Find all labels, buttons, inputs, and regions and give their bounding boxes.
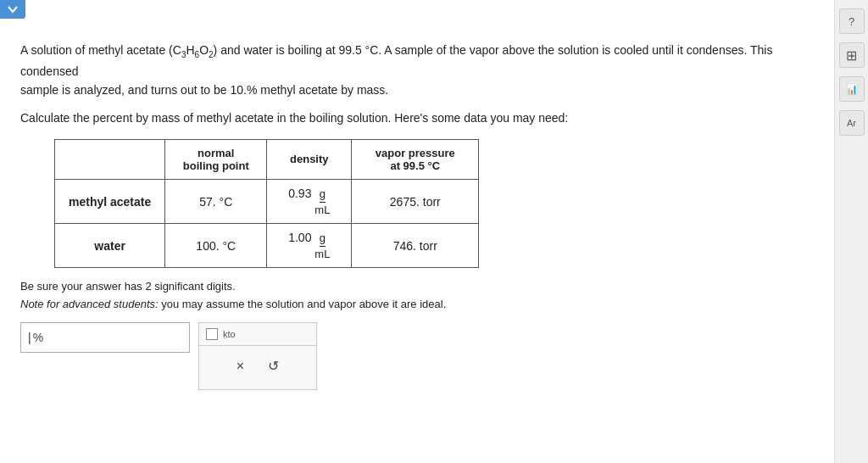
table-row-methyl-acetate: methyl acetate 57. °C 0.93 g mL 2675. to…	[55, 179, 479, 223]
kto-label: kto	[223, 329, 236, 339]
ar-icon: Ar	[847, 118, 856, 128]
cursor-indicator: |	[28, 331, 31, 344]
methyl-acetate-boiling-point: 57. °C	[165, 179, 267, 223]
density-fraction-2: g mL	[314, 232, 330, 260]
question-icon: ?	[849, 15, 854, 28]
reset-button[interactable]: ↺	[264, 354, 282, 377]
density-numerator-2: g	[320, 232, 326, 247]
water-label: water	[55, 224, 165, 268]
tool-checkbox[interactable]	[206, 328, 218, 340]
density-denominator-1: mL	[314, 203, 330, 217]
density-numerator-1: g	[320, 187, 326, 203]
intro-paragraph: A solution of methyl acetate (C3H6O2) an…	[20, 41, 793, 100]
density-denominator-2: mL	[314, 247, 330, 261]
intro-text-before: A solution of methyl acetate	[20, 43, 169, 57]
advanced-note: Note for advanced students: you may assu…	[20, 298, 793, 310]
data-table: normalboiling point density vapor pressu…	[54, 139, 479, 268]
water-boiling-point: 100. °C	[165, 224, 267, 268]
table-header-boiling-point: normalboiling point	[165, 139, 267, 179]
answer-input-wrapper[interactable]: | %	[20, 322, 190, 353]
x-button[interactable]: ×	[233, 355, 248, 377]
water-vapor-pressure: 746. torr	[352, 224, 479, 268]
sig-figs-note: Be sure your answer has 2 significant di…	[20, 280, 793, 293]
chart-icon: 📊	[846, 84, 858, 95]
question-text: Calculate the percent by mass of methyl …	[20, 109, 793, 127]
density-fraction-1: g mL	[314, 187, 330, 216]
table-header-vapor-pressure: vapor pressureat 99.5 °C	[352, 139, 479, 179]
ar-button[interactable]: Ar	[839, 110, 865, 136]
tool-buttons: × ↺	[199, 346, 316, 386]
methyl-acetate-density: 0.93 g mL	[267, 179, 352, 223]
methyl-acetate-label: methyl acetate	[55, 179, 165, 223]
table-header-substance	[55, 139, 165, 179]
density-value-1: 0.93	[288, 187, 311, 200]
chem-formula: (C3H6O2)	[169, 43, 217, 57]
right-sidebar: ? ⊞ 📊 Ar	[834, 0, 868, 463]
water-density: 1.00 g mL	[267, 224, 352, 268]
chart-button[interactable]: 📊	[839, 76, 865, 102]
tool-panel-top: kto	[199, 323, 316, 346]
table-header-density: density	[267, 139, 352, 179]
methyl-acetate-vapor-pressure: 2675. torr	[352, 179, 479, 223]
top-chevron-button[interactable]	[0, 0, 25, 19]
answer-area: | % kto × ↺	[20, 322, 793, 390]
advanced-note-prefix: Note for advanced students:	[20, 298, 159, 310]
calculator-button[interactable]: ⊞	[839, 42, 865, 68]
tool-panel: kto × ↺	[198, 322, 317, 390]
chevron-down-icon	[7, 3, 19, 15]
table-row-water: water 100. °C 1.00 g mL 746. torr	[55, 224, 479, 268]
intro-text-line2: sample is analyzed, and turns out to be …	[20, 83, 388, 97]
calculator-icon: ⊞	[846, 47, 857, 64]
percent-label: %	[33, 331, 43, 344]
question-button[interactable]: ?	[839, 8, 865, 34]
advanced-note-text: you may assume the solution and vapor ab…	[159, 298, 447, 310]
density-value-2: 1.00	[288, 231, 311, 244]
